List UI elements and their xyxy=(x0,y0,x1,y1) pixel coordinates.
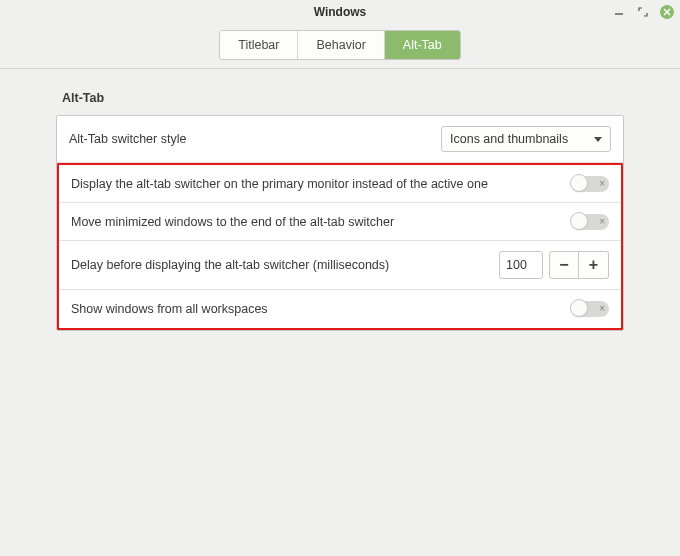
toggle-off-icon: × xyxy=(599,304,605,314)
tab-behavior[interactable]: Behavior xyxy=(298,31,384,59)
move-minimized-label: Move minimized windows to the end of the… xyxy=(71,215,394,229)
delay-decrement-button[interactable]: − xyxy=(549,251,579,279)
settings-panel: Alt-Tab switcher style Icons and thumbna… xyxy=(56,115,624,331)
delay-input[interactable] xyxy=(499,251,543,279)
window-title: Windows xyxy=(314,5,367,19)
tab-titlebar[interactable]: Titlebar xyxy=(220,31,298,59)
primary-monitor-toggle[interactable]: × xyxy=(571,176,609,192)
switcher-style-value: Icons and thumbnails xyxy=(450,132,568,146)
row-move-minimized: Move minimized windows to the end of the… xyxy=(59,203,621,241)
highlighted-settings: Display the alt-tab switcher on the prim… xyxy=(57,163,623,330)
row-all-workspaces: Show windows from all workspaces × xyxy=(59,290,621,328)
move-minimized-toggle[interactable]: × xyxy=(571,214,609,230)
primary-monitor-label: Display the alt-tab switcher on the prim… xyxy=(71,177,488,191)
tab-alt-tab[interactable]: Alt-Tab xyxy=(385,31,460,59)
tab-strip: Titlebar Behavior Alt-Tab xyxy=(0,24,680,69)
maximize-button[interactable] xyxy=(636,5,650,19)
switcher-style-label: Alt-Tab switcher style xyxy=(69,132,186,146)
toggle-off-icon: × xyxy=(599,179,605,189)
toggle-knob xyxy=(570,212,588,230)
chevron-down-icon xyxy=(594,137,602,142)
row-switcher-style: Alt-Tab switcher style Icons and thumbna… xyxy=(57,116,623,163)
tabs: Titlebar Behavior Alt-Tab xyxy=(219,30,460,60)
content: Alt-Tab Alt-Tab switcher style Icons and… xyxy=(0,69,680,331)
toggle-off-icon: × xyxy=(599,217,605,227)
window-controls xyxy=(612,0,674,24)
row-delay: Delay before displaying the alt-tab swit… xyxy=(59,241,621,290)
all-workspaces-toggle[interactable]: × xyxy=(571,301,609,317)
delay-increment-button[interactable]: + xyxy=(579,251,609,279)
toggle-knob xyxy=(570,174,588,192)
minimize-button[interactable] xyxy=(612,5,626,19)
close-button[interactable] xyxy=(660,5,674,19)
section-heading: Alt-Tab xyxy=(62,91,624,105)
switcher-style-dropdown[interactable]: Icons and thumbnails xyxy=(441,126,611,152)
all-workspaces-label: Show windows from all workspaces xyxy=(71,302,268,316)
toggle-knob xyxy=(570,299,588,317)
delay-label: Delay before displaying the alt-tab swit… xyxy=(71,258,389,272)
delay-spinner: − + xyxy=(499,251,609,279)
row-primary-monitor: Display the alt-tab switcher on the prim… xyxy=(59,165,621,203)
titlebar: Windows xyxy=(0,0,680,24)
